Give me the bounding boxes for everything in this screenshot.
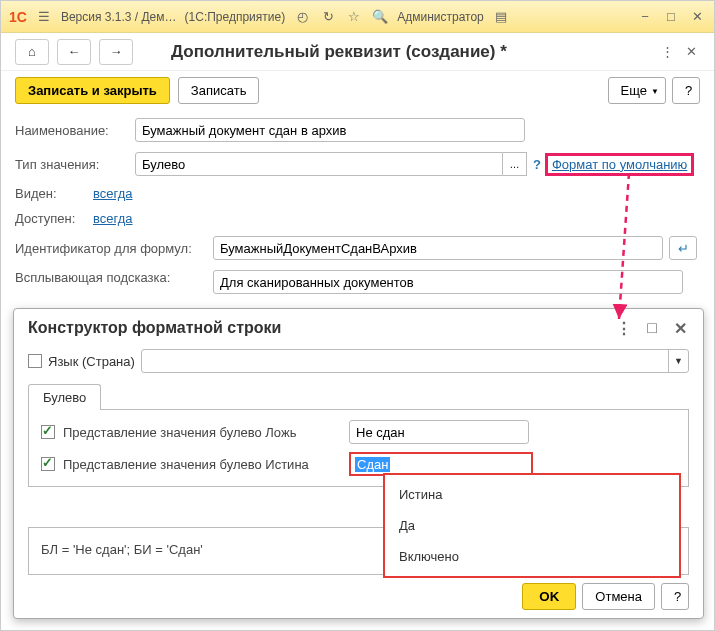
dialog-actions-icon[interactable]: ⋮ [615, 319, 633, 337]
true-label: Представление значения булево Истина [63, 457, 309, 472]
true-dropdown: Истина Да Включено [383, 473, 681, 578]
forward-button[interactable]: → [99, 39, 133, 65]
true-input[interactable]: Сдан [355, 457, 390, 472]
back-button[interactable]: ← [57, 39, 91, 65]
id-refresh-button[interactable]: ↵ [669, 236, 697, 260]
maximize-icon[interactable]: □ [662, 8, 680, 26]
close-page-icon[interactable]: ✕ [682, 43, 700, 61]
available-label: Доступен: [15, 211, 93, 226]
type-pick-button[interactable]: … [503, 152, 527, 176]
false-label: Представление значения булево Ложь [63, 425, 296, 440]
tooltip-input[interactable] [213, 270, 683, 294]
type-label: Тип значения: [15, 157, 135, 172]
minimize-icon[interactable]: − [636, 8, 654, 26]
lang-checkbox[interactable] [28, 354, 42, 368]
page-toolbar: ⌂ ← → Дополнительный реквизит (создание)… [1, 33, 714, 71]
chevron-down-icon[interactable]: ▼ [668, 350, 688, 372]
true-checkbox[interactable] [41, 457, 55, 471]
false-input[interactable] [349, 420, 529, 444]
app-logo: 1C [9, 9, 27, 25]
false-checkbox[interactable] [41, 425, 55, 439]
app-text: (1С:Предприятие) [185, 10, 286, 24]
id-label: Идентификатор для формул: [15, 241, 213, 256]
available-link[interactable]: всегда [93, 211, 132, 226]
bell-icon[interactable]: ◴ [293, 8, 311, 26]
format-link[interactable]: Формат по умолчанию [552, 157, 687, 172]
tooltip-label: Всплывающая подсказка: [15, 270, 213, 287]
command-bar: Записать и закрыть Записать Еще ? [1, 71, 714, 114]
ok-button[interactable]: OK [522, 583, 576, 610]
tab-bool[interactable]: Булево [28, 384, 101, 410]
lang-combo[interactable]: ▼ [141, 349, 689, 373]
dialog-title: Конструктор форматной строки [28, 319, 281, 337]
help-button[interactable]: ? [672, 77, 700, 104]
actions-icon[interactable]: ⋮ [658, 43, 676, 61]
page-title: Дополнительный реквизит (создание) * [171, 42, 507, 62]
dialog-close-icon[interactable]: ✕ [671, 319, 689, 337]
format-link-highlight: Формат по умолчанию [545, 153, 694, 176]
dialog-help-button[interactable]: ? [661, 583, 689, 610]
history-icon[interactable]: ↻ [319, 8, 337, 26]
more-button[interactable]: Еще [608, 77, 666, 104]
type-help-icon[interactable]: ? [533, 157, 541, 172]
home-button[interactable]: ⌂ [15, 39, 49, 65]
window-titlebar: 1C ☰ Версия 3.1.3 / Дем… (1С:Предприятие… [1, 1, 714, 33]
search-icon[interactable]: 🔍 [371, 8, 389, 26]
cancel-button[interactable]: Отмена [582, 583, 655, 610]
star-icon[interactable]: ☆ [345, 8, 363, 26]
format-constructor-dialog: Конструктор форматной строки ⋮ □ ✕ Язык … [13, 308, 704, 619]
dialog-maximize-icon[interactable]: □ [643, 319, 661, 337]
name-input[interactable] [135, 118, 525, 142]
save-close-button[interactable]: Записать и закрыть [15, 77, 170, 104]
id-input[interactable] [213, 236, 663, 260]
save-button[interactable]: Записать [178, 77, 260, 104]
lang-label: Язык (Страна) [48, 354, 135, 369]
panels-icon[interactable]: ▤ [492, 8, 510, 26]
dropdown-option-1[interactable]: Истина [385, 479, 679, 510]
name-label: Наименование: [15, 123, 135, 138]
version-text: Версия 3.1.3 / Дем… [61, 10, 177, 24]
dropdown-option-2[interactable]: Да [385, 510, 679, 541]
close-window-icon[interactable]: ✕ [688, 8, 706, 26]
visible-link[interactable]: всегда [93, 186, 132, 201]
user-text: Администратор [397, 10, 484, 24]
form-area: Наименование: Тип значения: … ? Формат п… [1, 114, 714, 308]
type-input[interactable] [135, 152, 503, 176]
visible-label: Виден: [15, 186, 93, 201]
dropdown-option-3[interactable]: Включено [385, 541, 679, 572]
menu-icon[interactable]: ☰ [35, 8, 53, 26]
